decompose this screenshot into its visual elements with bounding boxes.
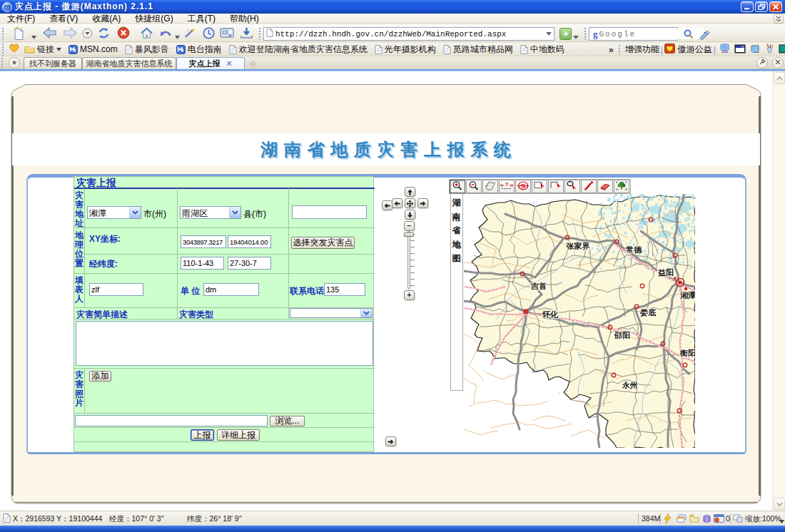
y-coordinate-input[interactable] xyxy=(228,235,271,248)
minimize-button[interactable] xyxy=(741,1,754,12)
expand-form-button[interactable] xyxy=(385,436,396,446)
pick-disaster-point-button[interactable]: 选择突发灾害点 xyxy=(291,237,355,249)
zoom-slider-handle[interactable] xyxy=(404,232,414,237)
popup-blocker-icon[interactable] xyxy=(714,514,724,524)
stop-button[interactable] xyxy=(115,26,132,41)
search-grip[interactable] xyxy=(584,28,587,40)
favorites-heart-icon[interactable] xyxy=(7,44,21,55)
go-button[interactable] xyxy=(559,28,572,40)
links-folder[interactable]: 链接 xyxy=(21,44,66,56)
collapse-toolbar-button[interactable] xyxy=(774,14,784,24)
history-clock-button[interactable] xyxy=(200,26,217,41)
close-button[interactable] xyxy=(769,1,782,12)
link-radio[interactable]: 电台指南 xyxy=(173,44,226,56)
link-msn[interactable]: MSN.com xyxy=(66,44,122,54)
menu-view[interactable]: 查看(V) xyxy=(42,14,85,24)
link-guangnian[interactable]: 光年摄影机构 xyxy=(372,44,440,56)
tab-list-star-button[interactable]: ★ xyxy=(9,57,20,68)
city-select[interactable]: 湘潭 xyxy=(87,206,141,219)
window-stack-icon[interactable] xyxy=(677,514,687,524)
map-tool-zoom-in-button[interactable] xyxy=(450,180,465,193)
charity-button[interactable]: 傲游公益 xyxy=(675,44,712,56)
latitude-input[interactable] xyxy=(228,257,271,270)
scroll-up-icon[interactable] xyxy=(774,72,785,84)
links-overflow-chevron[interactable]: » xyxy=(609,45,614,55)
zoom-out-slider-button[interactable]: − xyxy=(404,221,415,231)
highlight-button[interactable] xyxy=(695,26,712,41)
file-path-input[interactable] xyxy=(75,415,268,426)
links-grip[interactable] xyxy=(1,44,4,56)
detail-submit-button[interactable]: 详细上报 xyxy=(217,429,260,441)
x-coordinate-input[interactable] xyxy=(181,235,226,248)
menu-groups[interactable]: 快捷组(G) xyxy=(128,14,180,24)
undo-button[interactable] xyxy=(156,26,173,41)
tab-close-icon[interactable]: ✕ xyxy=(220,59,232,68)
pan-right-button[interactable] xyxy=(417,198,428,208)
tab-hunan-geo-info[interactable]: 湖南省地质灾害信息系统 xyxy=(82,57,176,69)
unit-input[interactable] xyxy=(203,283,259,296)
scroll-down-icon[interactable] xyxy=(774,498,785,510)
new-tab-button[interactable] xyxy=(249,58,257,70)
address-grip[interactable] xyxy=(258,28,261,40)
computer-icon[interactable] xyxy=(717,44,732,56)
page-scrollbar[interactable] xyxy=(772,71,785,511)
home-button[interactable] xyxy=(138,26,155,41)
new-page-button[interactable] xyxy=(10,26,27,41)
address-input[interactable] xyxy=(275,29,543,39)
tab-server-not-found[interactable]: 找不到服务器 xyxy=(24,57,82,69)
add-photo-button[interactable]: 添加 xyxy=(89,371,111,382)
collapse-form-button[interactable] xyxy=(382,200,392,210)
undo-dropdown-icon[interactable] xyxy=(175,31,181,37)
map-tool-scale-button[interactable]: S xyxy=(515,180,531,193)
submit-button[interactable]: 上报 xyxy=(191,429,214,441)
go-dropdown-icon[interactable] xyxy=(573,31,579,37)
pan-down-button[interactable] xyxy=(405,210,415,220)
history-dropdown-button[interactable] xyxy=(81,26,93,41)
enhance-button[interactable]: 增强功能 xyxy=(625,44,659,56)
download-button[interactable] xyxy=(238,26,255,41)
disaster-type-select[interactable] xyxy=(290,308,373,318)
zoom-level[interactable]: 缩放:100% xyxy=(745,514,781,524)
map-tool-pan-button[interactable] xyxy=(482,180,498,193)
page-resize-icon[interactable] xyxy=(733,514,743,524)
map-tool-erase-button[interactable] xyxy=(597,180,613,193)
map-tool-select-circle-button[interactable] xyxy=(564,180,580,193)
menu-file[interactable]: 文件(F) xyxy=(0,14,42,24)
map-tool-measure-distance-button[interactable]: ? xyxy=(499,180,515,193)
plugins-grip[interactable] xyxy=(618,45,621,54)
zoom-in-slider-button[interactable]: + xyxy=(404,290,415,300)
new-page-dropdown-icon[interactable] xyxy=(31,31,37,37)
pan-up-button[interactable] xyxy=(405,187,415,197)
menu-favorites[interactable]: 收藏(A) xyxy=(85,14,128,24)
grid-icon[interactable] xyxy=(776,44,785,56)
link-zhongdi[interactable]: 中地数码 xyxy=(517,44,569,56)
county-select[interactable]: 雨湖区 xyxy=(180,206,241,219)
tabbar-settings-button[interactable] xyxy=(756,57,768,68)
description-textarea[interactable] xyxy=(76,321,373,366)
map-tool-zoom-out-button[interactable] xyxy=(466,180,482,193)
folder-new-icon[interactable] xyxy=(689,514,699,524)
pan-center-button[interactable] xyxy=(405,198,415,208)
map-tool-select-box-button[interactable] xyxy=(548,180,564,193)
map-tool-full-extent-button[interactable] xyxy=(614,180,629,193)
tabbar-close-button[interactable] xyxy=(772,57,784,68)
filler-input[interactable] xyxy=(89,283,143,296)
restore-button[interactable] xyxy=(755,1,768,12)
back-button[interactable] xyxy=(41,26,59,41)
tabbar-grip[interactable] xyxy=(1,58,4,68)
toolbar-grip[interactable] xyxy=(1,28,4,40)
tab-disaster-report[interactable]: 灾点上报✕ xyxy=(176,57,245,69)
refresh-button[interactable] xyxy=(95,26,112,41)
pan-left-button[interactable] xyxy=(392,198,402,208)
screen-capture-button[interactable] xyxy=(218,26,236,41)
notes-book-icon[interactable] xyxy=(702,514,711,524)
menu-help[interactable]: 帮助(H) xyxy=(223,14,266,24)
pens-icon[interactable] xyxy=(762,44,776,56)
magic-fill-button[interactable] xyxy=(181,26,198,41)
browse-button[interactable]: 浏览... xyxy=(270,416,305,426)
map-tool-mark-point-button[interactable] xyxy=(581,180,597,193)
link-milu[interactable]: 觅路城市精品网 xyxy=(440,44,517,56)
window-icon[interactable] xyxy=(732,44,748,56)
forward-button[interactable] xyxy=(61,26,78,41)
boost-lightning-icon[interactable] xyxy=(664,513,672,525)
